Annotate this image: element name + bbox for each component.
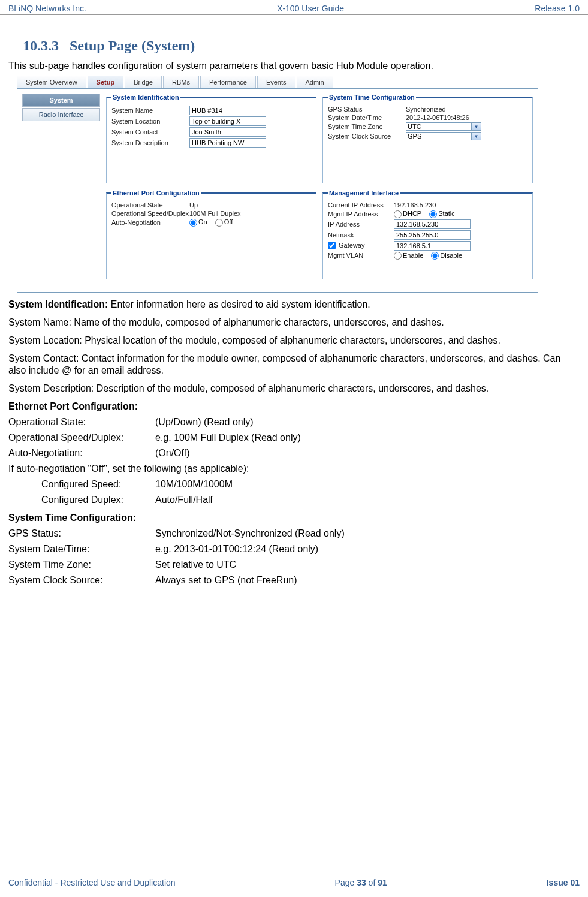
value-current-ip: 192.168.5.230: [394, 201, 527, 209]
footer-page-prefix: Page: [335, 878, 357, 887]
desc-eth-r2l: Operational Speed/Duplex:: [8, 432, 155, 444]
desc-time-r3l: System Time Zone:: [8, 559, 155, 571]
radio-autoneg-on[interactable]: [189, 219, 197, 227]
select-clock-source[interactable]: [406, 132, 481, 140]
tab-system-overview[interactable]: System Overview: [17, 76, 86, 88]
desc-system-name: System Name: Name of the module, compose…: [8, 317, 580, 329]
radio-vlan-disable[interactable]: [431, 252, 439, 260]
label-system-location: System Location: [111, 118, 189, 125]
desc-time-r4v: Always set to GPS (not FreeRun): [155, 574, 580, 586]
radio-static[interactable]: [429, 210, 437, 218]
label-system-contact: System Contact: [111, 128, 189, 136]
label-ip-address: IP Address: [328, 221, 394, 228]
footer-issue: Issue 01: [547, 878, 580, 887]
input-system-contact[interactable]: [189, 127, 266, 137]
label-netmask: Netmask: [328, 231, 394, 239]
radio-vlan-enable[interactable]: [394, 252, 402, 260]
input-system-description[interactable]: [189, 138, 266, 148]
label-op-state: Operational State: [111, 201, 189, 209]
tab-setup[interactable]: Setup: [88, 76, 124, 88]
label-gateway: Gateway: [328, 242, 394, 250]
legend-ethernet-port: Ethernet Port Configuration: [111, 189, 201, 197]
desc-time-r3v: Set relative to UTC: [155, 559, 580, 571]
legend-system-identification: System Identification: [111, 94, 180, 101]
setup-sidebar: System Radio Interface: [22, 94, 100, 287]
label-vlan-enable: Enable: [403, 252, 423, 259]
input-netmask[interactable]: [394, 230, 471, 240]
desc-eth-r1l: Operational State:: [8, 416, 155, 428]
section-number: 10.3.3: [23, 38, 59, 53]
footer-page-mid: of: [366, 878, 378, 887]
desc-sys-id-text: Enter information here as desired to aid…: [111, 299, 370, 309]
desc-eth-r5l: Configured Duplex:: [41, 494, 155, 506]
label-vlan-disable: Disable: [440, 252, 462, 259]
label-clock-source: System Clock Source: [328, 133, 406, 140]
desc-eth-r5v: Auto/Full/Half: [155, 494, 580, 506]
label-auto-negotiation: Auto-Negotiation: [111, 219, 189, 226]
label-system-datetime: System Date/Time: [328, 114, 406, 121]
section-intro: This sub-page handles configuration of s…: [8, 60, 580, 72]
desc-time-head: System Time Configuration:: [8, 512, 580, 524]
group-ethernet-port: Ethernet Port Configuration Operational …: [106, 189, 316, 279]
tab-performance[interactable]: Performance: [200, 76, 256, 88]
setup-screenshot: System Overview Setup Bridge RBMs Perfor…: [17, 76, 538, 293]
desc-system-location: System Location: Physical location of th…: [8, 335, 580, 347]
desc-eth-note: If auto-negotiation "Off", set the follo…: [8, 463, 580, 475]
label-current-ip: Current IP Address: [328, 201, 394, 209]
input-ip-address[interactable]: [394, 219, 471, 229]
section-heading: 10.3.3 Setup Page (System): [23, 38, 580, 54]
footer-page-num: 33: [357, 878, 366, 887]
label-gps-status: GPS Status: [328, 106, 406, 113]
header-company: BLiNQ Networks Inc.: [8, 4, 86, 13]
desc-time-r1l: GPS Status:: [8, 528, 155, 540]
label-mgmt-ip-addr: Mgmt IP Address: [328, 210, 394, 218]
desc-sys-id: System Identification: Enter information…: [8, 299, 580, 311]
radio-dhcp[interactable]: [394, 210, 402, 218]
sidebar-item-radio-interface[interactable]: Radio Interface: [22, 108, 100, 121]
footer-confidential: Confidential - Restricted Use and Duplic…: [8, 878, 176, 887]
input-system-location[interactable]: [189, 116, 266, 126]
tab-rbms[interactable]: RBMs: [163, 76, 199, 88]
tab-admin[interactable]: Admin: [297, 76, 333, 88]
footer-page-total: 91: [378, 878, 387, 887]
label-dhcp: DHCP: [403, 210, 421, 217]
label-op-speed: Operational Speed/Duplex: [111, 210, 189, 217]
desc-eth-r1v: (Up/Down) (Read only): [155, 416, 580, 428]
group-system-identification: System Identification System Name System…: [106, 94, 316, 183]
main-tabs: System Overview Setup Bridge RBMs Perfor…: [17, 76, 538, 89]
header-release: Release 1.0: [535, 4, 580, 13]
radio-autoneg-off[interactable]: [215, 219, 223, 227]
desc-time-r4l: System Clock Source:: [8, 574, 155, 586]
label-static: Static: [438, 210, 455, 217]
desc-time-r2v: e.g. 2013-01-01T00:12:24 (Read only): [155, 543, 580, 555]
value-gps-status: Synchronized: [406, 106, 527, 113]
select-time-zone[interactable]: [406, 122, 481, 131]
footer-page: Page 33 of 91: [335, 878, 387, 887]
desc-sys-id-head: System Identification:: [8, 299, 111, 309]
label-system-description: System Description: [111, 139, 189, 146]
label-system-name: System Name: [111, 107, 189, 114]
sidebar-item-system[interactable]: System: [22, 94, 100, 107]
page-header: BLiNQ Networks Inc. X-100 User Guide Rel…: [0, 0, 588, 15]
section-title-text: Setup Page (System): [70, 38, 195, 53]
checkbox-gateway[interactable]: [328, 242, 336, 249]
desc-system-description: System Description: Description of the m…: [8, 383, 580, 395]
desc-eth-head: Ethernet Port Configuration:: [8, 401, 580, 413]
desc-time-r2l: System Date/Time:: [8, 543, 155, 555]
label-mgmt-vlan: Mgmt VLAN: [328, 252, 394, 259]
desc-system-contact: System Contact: Contact information for …: [8, 353, 580, 377]
value-op-state: Up: [189, 201, 311, 209]
desc-eth-r2v: e.g. 100M Full Duplex (Read only): [155, 432, 580, 444]
value-op-speed: 100M Full Duplex: [189, 210, 311, 217]
legend-system-time: System Time Configuration: [328, 94, 416, 101]
tab-bridge[interactable]: Bridge: [125, 76, 162, 88]
label-gateway-text: Gateway: [339, 242, 364, 249]
label-time-zone: System Time Zone: [328, 123, 406, 130]
tab-events[interactable]: Events: [257, 76, 295, 88]
input-gateway[interactable]: [394, 241, 471, 251]
input-system-name[interactable]: [189, 106, 266, 115]
desc-eth-r3l: Auto-Negotiation:: [8, 447, 155, 459]
desc-eth-r4l: Configured Speed:: [41, 478, 155, 490]
desc-time-r1v: Synchronized/Not-Synchronized (Read only…: [155, 528, 580, 540]
legend-management-interface: Management Interface: [328, 189, 400, 197]
